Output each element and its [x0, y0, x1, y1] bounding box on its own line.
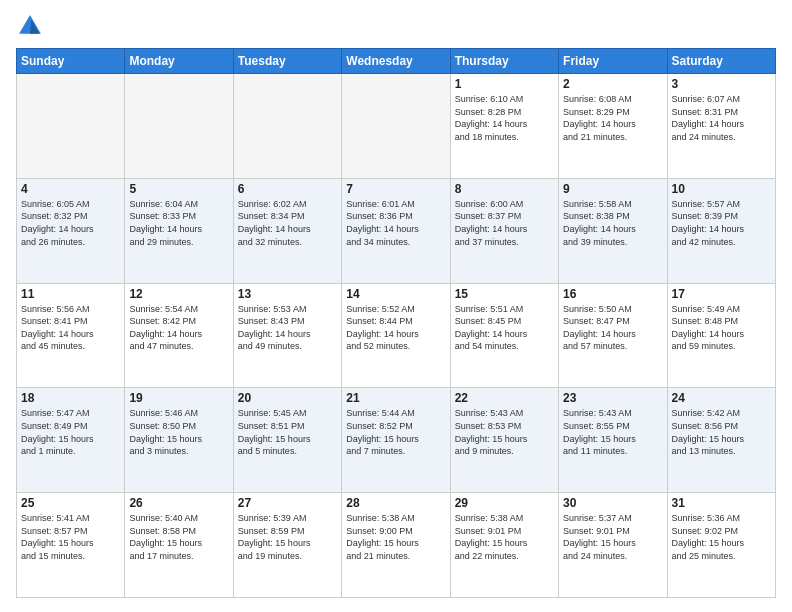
- day-info: Sunrise: 5:56 AMSunset: 8:41 PMDaylight:…: [21, 303, 120, 353]
- day-number: 8: [455, 182, 554, 196]
- day-info: Sunrise: 5:50 AMSunset: 8:47 PMDaylight:…: [563, 303, 662, 353]
- week-row-1: 1Sunrise: 6:10 AMSunset: 8:28 PMDaylight…: [17, 74, 776, 179]
- day-cell: 10Sunrise: 5:57 AMSunset: 8:39 PMDayligh…: [667, 178, 775, 283]
- day-number: 11: [21, 287, 120, 301]
- day-cell: 8Sunrise: 6:00 AMSunset: 8:37 PMDaylight…: [450, 178, 558, 283]
- day-cell: 30Sunrise: 5:37 AMSunset: 9:01 PMDayligh…: [559, 493, 667, 598]
- day-info: Sunrise: 5:39 AMSunset: 8:59 PMDaylight:…: [238, 512, 337, 562]
- day-number: 31: [672, 496, 771, 510]
- day-number: 3: [672, 77, 771, 91]
- day-info: Sunrise: 5:37 AMSunset: 9:01 PMDaylight:…: [563, 512, 662, 562]
- day-cell: [125, 74, 233, 179]
- header-tuesday: Tuesday: [233, 49, 341, 74]
- day-cell: 16Sunrise: 5:50 AMSunset: 8:47 PMDayligh…: [559, 283, 667, 388]
- day-number: 10: [672, 182, 771, 196]
- header: [16, 12, 776, 40]
- day-number: 17: [672, 287, 771, 301]
- day-cell: 15Sunrise: 5:51 AMSunset: 8:45 PMDayligh…: [450, 283, 558, 388]
- day-number: 5: [129, 182, 228, 196]
- day-number: 9: [563, 182, 662, 196]
- day-cell: [17, 74, 125, 179]
- day-cell: 5Sunrise: 6:04 AMSunset: 8:33 PMDaylight…: [125, 178, 233, 283]
- day-info: Sunrise: 5:57 AMSunset: 8:39 PMDaylight:…: [672, 198, 771, 248]
- day-number: 29: [455, 496, 554, 510]
- calendar-table: SundayMondayTuesdayWednesdayThursdayFrid…: [16, 48, 776, 598]
- day-cell: 23Sunrise: 5:43 AMSunset: 8:55 PMDayligh…: [559, 388, 667, 493]
- day-number: 23: [563, 391, 662, 405]
- day-number: 1: [455, 77, 554, 91]
- day-info: Sunrise: 5:54 AMSunset: 8:42 PMDaylight:…: [129, 303, 228, 353]
- day-info: Sunrise: 6:02 AMSunset: 8:34 PMDaylight:…: [238, 198, 337, 248]
- day-number: 27: [238, 496, 337, 510]
- day-number: 28: [346, 496, 445, 510]
- day-info: Sunrise: 5:51 AMSunset: 8:45 PMDaylight:…: [455, 303, 554, 353]
- week-row-4: 18Sunrise: 5:47 AMSunset: 8:49 PMDayligh…: [17, 388, 776, 493]
- logo: [16, 12, 48, 40]
- day-info: Sunrise: 5:53 AMSunset: 8:43 PMDaylight:…: [238, 303, 337, 353]
- day-info: Sunrise: 5:40 AMSunset: 8:58 PMDaylight:…: [129, 512, 228, 562]
- day-info: Sunrise: 5:38 AMSunset: 9:01 PMDaylight:…: [455, 512, 554, 562]
- calendar-header-row: SundayMondayTuesdayWednesdayThursdayFrid…: [17, 49, 776, 74]
- header-thursday: Thursday: [450, 49, 558, 74]
- header-saturday: Saturday: [667, 49, 775, 74]
- day-cell: 14Sunrise: 5:52 AMSunset: 8:44 PMDayligh…: [342, 283, 450, 388]
- day-number: 15: [455, 287, 554, 301]
- week-row-3: 11Sunrise: 5:56 AMSunset: 8:41 PMDayligh…: [17, 283, 776, 388]
- day-info: Sunrise: 6:10 AMSunset: 8:28 PMDaylight:…: [455, 93, 554, 143]
- day-number: 30: [563, 496, 662, 510]
- week-row-2: 4Sunrise: 6:05 AMSunset: 8:32 PMDaylight…: [17, 178, 776, 283]
- day-number: 25: [21, 496, 120, 510]
- day-cell: 17Sunrise: 5:49 AMSunset: 8:48 PMDayligh…: [667, 283, 775, 388]
- day-info: Sunrise: 5:36 AMSunset: 9:02 PMDaylight:…: [672, 512, 771, 562]
- day-number: 20: [238, 391, 337, 405]
- header-wednesday: Wednesday: [342, 49, 450, 74]
- day-info: Sunrise: 5:46 AMSunset: 8:50 PMDaylight:…: [129, 407, 228, 457]
- day-info: Sunrise: 6:00 AMSunset: 8:37 PMDaylight:…: [455, 198, 554, 248]
- day-cell: 7Sunrise: 6:01 AMSunset: 8:36 PMDaylight…: [342, 178, 450, 283]
- page: SundayMondayTuesdayWednesdayThursdayFrid…: [0, 0, 792, 612]
- day-cell: 9Sunrise: 5:58 AMSunset: 8:38 PMDaylight…: [559, 178, 667, 283]
- day-number: 6: [238, 182, 337, 196]
- day-cell: 2Sunrise: 6:08 AMSunset: 8:29 PMDaylight…: [559, 74, 667, 179]
- header-monday: Monday: [125, 49, 233, 74]
- header-sunday: Sunday: [17, 49, 125, 74]
- day-cell: 26Sunrise: 5:40 AMSunset: 8:58 PMDayligh…: [125, 493, 233, 598]
- day-number: 4: [21, 182, 120, 196]
- day-info: Sunrise: 5:42 AMSunset: 8:56 PMDaylight:…: [672, 407, 771, 457]
- day-cell: 22Sunrise: 5:43 AMSunset: 8:53 PMDayligh…: [450, 388, 558, 493]
- day-number: 14: [346, 287, 445, 301]
- day-info: Sunrise: 5:43 AMSunset: 8:53 PMDaylight:…: [455, 407, 554, 457]
- day-cell: 4Sunrise: 6:05 AMSunset: 8:32 PMDaylight…: [17, 178, 125, 283]
- day-cell: 28Sunrise: 5:38 AMSunset: 9:00 PMDayligh…: [342, 493, 450, 598]
- day-cell: 29Sunrise: 5:38 AMSunset: 9:01 PMDayligh…: [450, 493, 558, 598]
- day-number: 16: [563, 287, 662, 301]
- day-number: 19: [129, 391, 228, 405]
- svg-marker-1: [30, 20, 39, 34]
- day-number: 22: [455, 391, 554, 405]
- day-cell: 31Sunrise: 5:36 AMSunset: 9:02 PMDayligh…: [667, 493, 775, 598]
- day-cell: 19Sunrise: 5:46 AMSunset: 8:50 PMDayligh…: [125, 388, 233, 493]
- day-number: 12: [129, 287, 228, 301]
- day-cell: 12Sunrise: 5:54 AMSunset: 8:42 PMDayligh…: [125, 283, 233, 388]
- day-info: Sunrise: 5:44 AMSunset: 8:52 PMDaylight:…: [346, 407, 445, 457]
- day-info: Sunrise: 6:01 AMSunset: 8:36 PMDaylight:…: [346, 198, 445, 248]
- day-cell: 21Sunrise: 5:44 AMSunset: 8:52 PMDayligh…: [342, 388, 450, 493]
- header-friday: Friday: [559, 49, 667, 74]
- day-info: Sunrise: 6:08 AMSunset: 8:29 PMDaylight:…: [563, 93, 662, 143]
- day-info: Sunrise: 5:41 AMSunset: 8:57 PMDaylight:…: [21, 512, 120, 562]
- day-number: 24: [672, 391, 771, 405]
- day-info: Sunrise: 6:04 AMSunset: 8:33 PMDaylight:…: [129, 198, 228, 248]
- day-cell: [233, 74, 341, 179]
- day-cell: [342, 74, 450, 179]
- day-number: 7: [346, 182, 445, 196]
- day-info: Sunrise: 6:07 AMSunset: 8:31 PMDaylight:…: [672, 93, 771, 143]
- day-cell: 1Sunrise: 6:10 AMSunset: 8:28 PMDaylight…: [450, 74, 558, 179]
- day-cell: 18Sunrise: 5:47 AMSunset: 8:49 PMDayligh…: [17, 388, 125, 493]
- day-number: 21: [346, 391, 445, 405]
- day-info: Sunrise: 5:47 AMSunset: 8:49 PMDaylight:…: [21, 407, 120, 457]
- day-cell: 6Sunrise: 6:02 AMSunset: 8:34 PMDaylight…: [233, 178, 341, 283]
- day-cell: 11Sunrise: 5:56 AMSunset: 8:41 PMDayligh…: [17, 283, 125, 388]
- day-number: 13: [238, 287, 337, 301]
- day-cell: 24Sunrise: 5:42 AMSunset: 8:56 PMDayligh…: [667, 388, 775, 493]
- day-info: Sunrise: 5:38 AMSunset: 9:00 PMDaylight:…: [346, 512, 445, 562]
